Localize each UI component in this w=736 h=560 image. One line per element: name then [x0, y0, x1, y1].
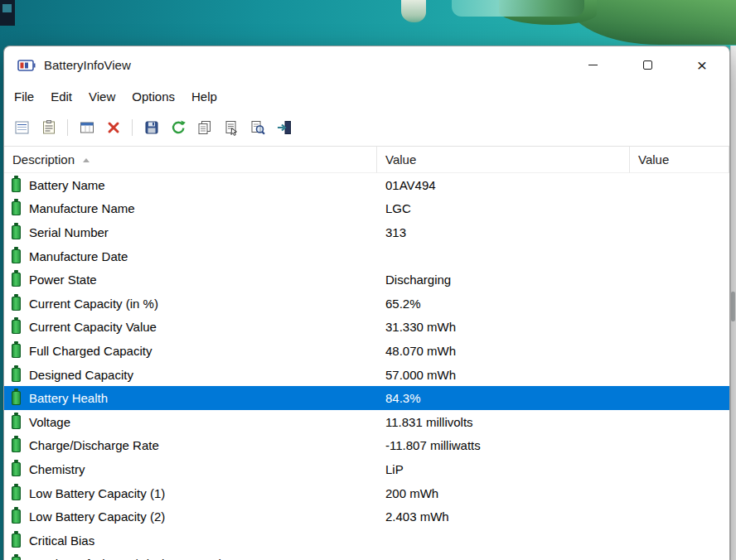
app-window: BatteryInfoView × File Edit View Options… — [3, 46, 730, 560]
row-value: Discharging — [385, 273, 451, 287]
row-value: 313 — [385, 225, 406, 239]
row-description: Full Charged Capacity — [29, 344, 152, 358]
table-row[interactable]: Current Capacity Value 31.330 mWh — [4, 316, 729, 340]
row-value: -11.807 milliwatts — [385, 438, 481, 452]
description-cell: Critical Bias — [4, 529, 377, 553]
row-description: Designed Capacity — [29, 368, 133, 382]
table-row[interactable]: Current Capacity (in %) 65.2% — [4, 292, 729, 316]
row-value: 200 mWh — [385, 486, 438, 500]
background-window-strip — [730, 46, 736, 560]
toolbar-separator — [67, 119, 68, 136]
table-row[interactable]: Power State Discharging — [4, 268, 729, 292]
value-cell: 200 mWh — [377, 486, 630, 500]
details-view-button[interactable] — [37, 117, 60, 139]
table-row[interactable]: Designed Capacity 57.000 mWh — [4, 363, 729, 387]
row-description: Battery Health — [29, 391, 108, 405]
titlebar: BatteryInfoView × — [4, 46, 729, 84]
table-row[interactable]: Voltage 11.831 millivolts — [4, 410, 729, 434]
row-description: Current Capacity Value — [29, 320, 157, 334]
value-cell: 65.2% — [377, 297, 630, 311]
rock-decoration — [401, 0, 426, 22]
row-value: LGC — [385, 201, 411, 215]
description-cell: Manufacture Name — [4, 197, 377, 221]
table-row[interactable]: Low Battery Capacity (1) 200 mWh — [4, 481, 729, 505]
table-row[interactable]: Number Of Charge/Discharge Cycles 34 — [4, 553, 729, 560]
report-view-button[interactable] — [11, 117, 33, 139]
description-cell: Low Battery Capacity (2) — [4, 504, 377, 529]
copy-icon — [196, 119, 213, 136]
battery-icon — [12, 249, 21, 263]
battery-icon — [12, 415, 21, 429]
minimize-button[interactable] — [565, 46, 620, 84]
desktop-icon[interactable] — [0, 0, 15, 26]
battery-icon — [12, 297, 21, 311]
toolbar-separator — [132, 119, 133, 136]
save-button[interactable] — [140, 117, 162, 139]
description-cell: Battery Name — [4, 173, 377, 197]
description-cell: Manufacture Date — [4, 244, 377, 268]
value-cell: 11.831 millivolts — [377, 415, 630, 429]
menu-item-edit[interactable]: Edit — [42, 86, 80, 107]
delete-x-icon — [105, 119, 122, 136]
description-cell: Low Battery Capacity (1) — [4, 481, 377, 505]
value-cell: 84.3% — [377, 391, 630, 405]
table-row[interactable]: Low Battery Capacity (2) 2.403 mWh — [4, 504, 729, 529]
menu-item-help[interactable]: Help — [183, 86, 225, 107]
description-cell: Designed Capacity — [4, 363, 377, 387]
table-row[interactable]: Full Charged Capacity 48.070 mWh — [4, 339, 729, 363]
value-cell: 34 — [377, 557, 630, 560]
table-row[interactable]: Serial Number 313 — [4, 220, 729, 244]
properties-button[interactable] — [220, 117, 242, 139]
column-header-value-2[interactable]: Value — [630, 147, 729, 173]
menu-item-options[interactable]: Options — [123, 86, 183, 107]
close-button[interactable]: × — [675, 46, 729, 84]
battery-icon — [12, 344, 21, 358]
window-title: BatteryInfoView — [44, 58, 131, 72]
row-description: Serial Number — [29, 225, 109, 239]
description-cell: Voltage — [4, 410, 377, 434]
find-button[interactable] — [246, 117, 269, 139]
table-row[interactable]: Chemistry LiP — [4, 457, 729, 481]
background-scrollbar-thumb[interactable] — [731, 292, 735, 321]
value-cell: Discharging — [377, 273, 630, 287]
save-floppy-icon — [143, 119, 160, 136]
refresh-icon — [170, 119, 186, 136]
column-header-value-1[interactable]: Value — [377, 147, 630, 173]
value-cell: 313 — [377, 225, 630, 239]
battery-icon — [12, 273, 21, 287]
row-description: Low Battery Capacity (2) — [29, 509, 165, 524]
value-cell: 2.403 mWh — [377, 509, 630, 524]
row-value: 2.403 mWh — [385, 509, 449, 524]
battery-icon — [12, 320, 21, 334]
menu-item-file[interactable]: File — [6, 86, 42, 107]
row-value: LiP — [385, 462, 404, 476]
row-value: 11.831 millivolts — [385, 415, 473, 429]
exit-button[interactable] — [273, 117, 295, 139]
row-description: Manufacture Name — [29, 201, 135, 215]
table-row[interactable]: Critical Bias — [4, 529, 729, 553]
value-cell: 01AV494 — [377, 178, 630, 192]
exit-door-icon — [276, 119, 293, 136]
row-value: 84.3% — [385, 391, 421, 405]
table-row[interactable]: Battery Health 84.3% — [4, 386, 729, 410]
copy-button[interactable] — [193, 117, 215, 139]
table-row[interactable]: Manufacture Name LGC — [4, 197, 729, 221]
menu-item-view[interactable]: View — [80, 86, 123, 107]
description-cell: Current Capacity (in %) — [4, 292, 377, 316]
maximize-button[interactable] — [620, 46, 675, 84]
description-cell: Number Of Charge/Discharge Cycles — [4, 553, 377, 560]
table-row[interactable]: Battery Name 01AV494 — [4, 173, 729, 197]
delete-button[interactable] — [102, 117, 124, 139]
battery-icon — [12, 201, 21, 215]
details-view-icon — [41, 119, 57, 136]
column-header-label: Description — [12, 152, 75, 167]
choose-columns-button[interactable] — [75, 117, 98, 139]
table-row[interactable]: Charge/Discharge Rate -11.807 milliwatts — [4, 434, 729, 458]
row-description: Battery Name — [29, 178, 105, 192]
refresh-button[interactable] — [167, 117, 189, 139]
battery-icon — [12, 462, 21, 476]
column-header-label: Value — [638, 152, 669, 167]
value-cell: 48.070 mWh — [377, 344, 630, 358]
table-row[interactable]: Manufacture Date — [4, 244, 729, 268]
column-header-description[interactable]: Description — [4, 147, 377, 173]
